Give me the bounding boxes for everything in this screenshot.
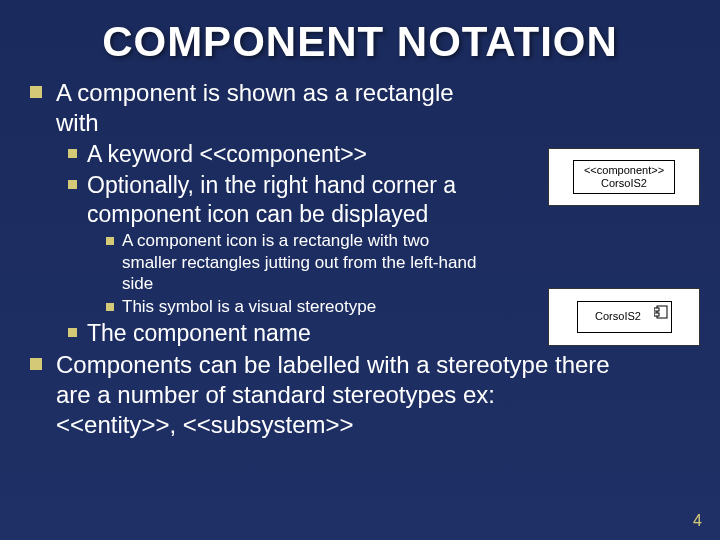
bullet-square-icon (68, 328, 77, 337)
bullet-level1: A component is shown as a rectangle with (30, 78, 690, 138)
slide-title: COMPONENT NOTATION (0, 0, 720, 66)
component-icon (654, 305, 668, 319)
bullet-text: Optionally, in the right hand corner a c… (87, 171, 507, 229)
uml-component-box: CorsoIS2 (577, 301, 672, 332)
bullet-text: A component icon is a rectangle with two… (122, 230, 482, 294)
uml-component-name: CorsoIS2 (588, 310, 649, 323)
svg-rect-1 (654, 308, 659, 311)
bullet-text: Components can be labelled with a stereo… (56, 350, 616, 440)
bullet-square-icon (30, 86, 42, 98)
svg-rect-2 (654, 313, 659, 316)
bullet-square-icon (106, 303, 114, 311)
bullet-square-icon (30, 358, 42, 370)
bullet-square-icon (106, 237, 114, 245)
bullet-text: A component is shown as a rectangle with (56, 78, 476, 138)
bullet-square-icon (68, 180, 77, 189)
uml-component-box: <<component>> CorsoIS2 (573, 160, 675, 194)
uml-component-figure-icon: CorsoIS2 (548, 288, 700, 346)
uml-component-figure-keyword: <<component>> CorsoIS2 (548, 148, 700, 206)
page-number: 4 (693, 512, 702, 530)
uml-component-name: CorsoIS2 (584, 177, 664, 190)
bullet-level3: A component icon is a rectangle with two… (106, 230, 690, 294)
bullet-text: This symbol is a visual stereotype (122, 296, 376, 317)
uml-stereotype-label: <<component>> (584, 164, 664, 177)
bullet-text: The component name (87, 319, 311, 348)
slide-body: A component is shown as a rectangle with… (0, 66, 720, 440)
bullet-text: A keyword <<component>> (87, 140, 367, 169)
bullet-level1: Components can be labelled with a stereo… (30, 350, 690, 440)
bullet-square-icon (68, 149, 77, 158)
